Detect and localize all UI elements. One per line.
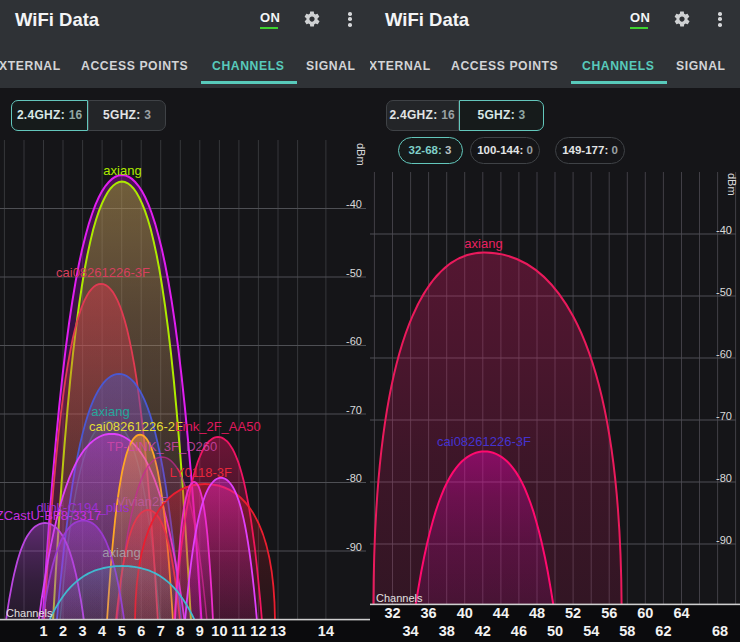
svg-text:54: 54 bbox=[583, 623, 599, 639]
svg-text:10: 10 bbox=[211, 623, 227, 639]
svg-text:-40: -40 bbox=[716, 224, 732, 236]
svg-text:44: 44 bbox=[493, 605, 509, 621]
svg-text:-70: -70 bbox=[716, 410, 732, 422]
svg-text:36: 36 bbox=[421, 605, 437, 621]
svg-text:60: 60 bbox=[637, 605, 653, 621]
svg-text:-40: -40 bbox=[346, 198, 362, 210]
svg-text:68: 68 bbox=[712, 623, 728, 639]
svg-text:14: 14 bbox=[318, 623, 334, 639]
svg-text:Channels: Channels bbox=[376, 592, 423, 604]
svg-text:LY0118-3F: LY0118-3F bbox=[169, 465, 231, 480]
svg-text:7: 7 bbox=[157, 623, 165, 639]
svg-text:dBm: dBm bbox=[355, 143, 367, 166]
svg-text:cai08261226-2F: cai08261226-2F bbox=[89, 419, 183, 434]
svg-text:dBm: dBm bbox=[726, 173, 738, 196]
svg-text:-90: -90 bbox=[346, 541, 362, 553]
svg-text:-60: -60 bbox=[346, 335, 362, 347]
svg-text:Channels: Channels bbox=[6, 607, 53, 619]
svg-text:cai08261226-3F: cai08261226-3F bbox=[437, 434, 531, 449]
svg-text:8: 8 bbox=[176, 623, 184, 639]
svg-text:58: 58 bbox=[619, 623, 635, 639]
svg-text:38: 38 bbox=[439, 623, 455, 639]
svg-text:1: 1 bbox=[39, 623, 47, 639]
svg-text:50: 50 bbox=[547, 623, 563, 639]
svg-text:axiang: axiang bbox=[464, 236, 502, 251]
svg-text:62: 62 bbox=[655, 623, 671, 639]
svg-text:64: 64 bbox=[673, 605, 689, 621]
svg-text:Link_2F_AA50: Link_2F_AA50 bbox=[175, 419, 260, 434]
svg-text:-70: -70 bbox=[346, 404, 362, 416]
svg-text:34: 34 bbox=[403, 623, 419, 639]
svg-text:12: 12 bbox=[250, 623, 266, 639]
svg-text:TP-LINK_3F_D260: TP-LINK_3F_D260 bbox=[107, 439, 218, 454]
svg-text:40: 40 bbox=[457, 605, 473, 621]
svg-text:-60: -60 bbox=[716, 348, 732, 360]
svg-text:56: 56 bbox=[601, 605, 617, 621]
svg-text:axiang: axiang bbox=[103, 163, 141, 178]
svg-text:-50: -50 bbox=[346, 267, 362, 279]
svg-text:-80: -80 bbox=[716, 472, 732, 484]
svg-text:axiang: axiang bbox=[91, 404, 129, 419]
svg-text:4: 4 bbox=[98, 623, 106, 639]
svg-text:46: 46 bbox=[511, 623, 527, 639]
svg-text:5: 5 bbox=[118, 623, 126, 639]
svg-text:-90: -90 bbox=[716, 534, 732, 546]
svg-text:3: 3 bbox=[79, 623, 87, 639]
svg-text:2: 2 bbox=[59, 623, 67, 639]
svg-text:9: 9 bbox=[196, 623, 204, 639]
svg-text:11: 11 bbox=[231, 623, 246, 639]
svg-text:ZCastU-BF8-3317: ZCastU-BF8-3317 bbox=[0, 508, 101, 523]
svg-text:-80: -80 bbox=[346, 472, 362, 484]
svg-text:13: 13 bbox=[270, 623, 286, 639]
svg-text:48: 48 bbox=[529, 605, 545, 621]
svg-text:cai08261226-3F: cai08261226-3F bbox=[56, 265, 150, 280]
svg-text:42: 42 bbox=[475, 623, 491, 639]
svg-text:axiang: axiang bbox=[102, 545, 140, 560]
svg-text:52: 52 bbox=[565, 605, 581, 621]
svg-text:6: 6 bbox=[137, 623, 145, 639]
svg-text:-50: -50 bbox=[716, 286, 732, 298]
svg-text:32: 32 bbox=[384, 605, 400, 621]
